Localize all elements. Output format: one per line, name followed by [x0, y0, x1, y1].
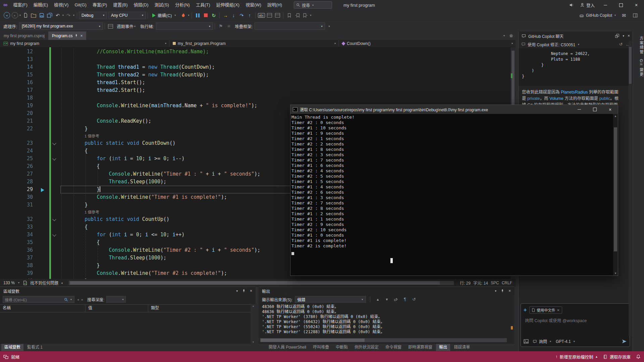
menu-item[interactable]: Git(G): [71, 2, 89, 7]
lifecycle-events-label[interactable]: 週期事件: [117, 23, 133, 29]
close-icon[interactable]: ×: [628, 34, 630, 38]
fold-chevron-icon[interactable]: [52, 233, 56, 236]
line-number[interactable]: [0, 209, 33, 216]
code-line[interactable]: //Console.WriteLine(mainThread.Name);: [60, 48, 209, 56]
toolbar-overflow-icon[interactable]: ▾: [328, 25, 330, 28]
solution-configuration-dropdown[interactable]: Debug▾: [79, 12, 107, 19]
menu-item[interactable]: 編輯(E): [31, 2, 51, 7]
code-line[interactable]: Console.WriteLine(mainThread.Name + " is…: [60, 102, 257, 110]
step-over-button[interactable]: ↷: [237, 11, 246, 19]
code-line[interactable]: Thread.Sleep(1000);: [60, 254, 166, 262]
menu-item[interactable]: 工具(T): [193, 2, 213, 7]
symbol-link[interactable]: Volume: [549, 96, 564, 101]
scroll-up-icon[interactable]: ▲: [614, 115, 617, 118]
undo-dropdown-icon[interactable]: ▾: [62, 14, 64, 17]
copilot-chat-input[interactable]: + 使用中文件 ✕ 詢問 Copilot 或使用 @workspace 詢問 ▾…: [521, 303, 630, 347]
panel-splitter[interactable]: [256, 287, 259, 344]
new-file-button[interactable]: [21, 11, 30, 19]
scroll-left-icon[interactable]: ◂: [61, 281, 63, 285]
history-button[interactable]: ↺: [411, 296, 417, 303]
code-line[interactable]: }: [60, 125, 88, 133]
pin-icon[interactable]: [500, 289, 504, 293]
diagnostics-button[interactable]: [265, 11, 273, 19]
window-layout-button[interactable]: [631, 11, 639, 19]
menu-item[interactable]: 分析(N): [172, 2, 193, 7]
editor-horizontal-scrollbar[interactable]: [69, 281, 454, 285]
menu-item[interactable]: 專案(P): [90, 2, 110, 7]
console-title-bar[interactable]: >_ 選取 C:\Users\user\source\repos\my firs…: [290, 105, 618, 114]
menu-item[interactable]: 說明(H): [264, 2, 285, 7]
scrollbar-thumb[interactable]: [614, 127, 617, 251]
console-output-area[interactable]: Main Thread is complete!Timer #2 : 0 sec…: [290, 114, 618, 276]
background-tasks-icon[interactable]: [3, 355, 8, 359]
console-minimize-button[interactable]: [572, 105, 587, 114]
menu-item[interactable]: 延伸模組(X): [213, 2, 243, 7]
continue-button[interactable]: 繼續(C) ▾: [150, 11, 179, 20]
line-number[interactable]: 24: [0, 147, 33, 155]
restart-button[interactable]: ↻: [210, 11, 218, 19]
locals-scrollbar[interactable]: ▲▼: [251, 304, 256, 344]
line-number[interactable]: 27: [0, 170, 33, 178]
tool-window-tab[interactable]: 輸出: [436, 344, 450, 351]
next-message-button[interactable]: ▾: [383, 296, 390, 303]
code-line[interactable]: {: [60, 163, 100, 170]
navigate-forward-button[interactable]: ▸: [11, 11, 19, 19]
tool-window-tab[interactable]: 開發人員 PowerShell: [266, 344, 309, 351]
close-button[interactable]: ×: [629, 0, 644, 10]
toggle-bookmark-button[interactable]: [285, 11, 293, 19]
line-number[interactable]: 13: [0, 56, 33, 63]
menu-item[interactable]: 視窗(W): [243, 2, 264, 7]
scrollbar-thumb[interactable]: [512, 51, 515, 113]
code-line[interactable]: thread2.Start();: [60, 86, 145, 94]
stop-debugging-button[interactable]: [202, 11, 210, 19]
active-document-chip[interactable]: 使用中文件 ✕: [529, 306, 562, 314]
github-copilot-button[interactable]: GitHub Copilot ▾: [579, 10, 616, 20]
tool-window-tab[interactable]: 錯誤清單: [451, 344, 473, 351]
type-dropdown[interactable]: my_first_program.Program ▾: [169, 40, 339, 47]
show-current-thread-button[interactable]: ≡: [225, 22, 233, 30]
menu-item[interactable]: 檔案(F): [10, 2, 31, 7]
line-number[interactable]: 23: [0, 139, 33, 147]
vertical-tool-tab[interactable]: 方案總管: [633, 36, 644, 54]
line-number[interactable]: 34: [0, 231, 33, 239]
menu-item[interactable]: 建置(B): [110, 2, 130, 7]
attach-image-icon[interactable]: [524, 339, 529, 344]
code-line[interactable]: for (int i = 0; i <= 10; i++): [60, 231, 184, 239]
window-position-icon[interactable]: ▾: [495, 289, 496, 293]
tool-window-tab[interactable]: 例外狀況設定: [352, 344, 382, 351]
member-dropdown[interactable]: CountDown() ▾: [339, 40, 516, 47]
navigate-back-button[interactable]: ◂: [3, 11, 11, 19]
refresh-icon[interactable]: ↺: [619, 42, 623, 47]
cursor-line-indicator[interactable]: 行: 29: [460, 280, 471, 286]
code-line[interactable]: Console.ReadKey();: [60, 117, 151, 125]
line-number[interactable]: 18: [0, 94, 33, 102]
console-maximize-button[interactable]: [587, 105, 602, 114]
column-header[interactable]: 值: [86, 305, 148, 312]
tool-window-tab[interactable]: 即時運算視窗: [405, 344, 435, 351]
clear-all-button[interactable]: [392, 296, 399, 303]
line-number[interactable]: 30: [0, 193, 33, 201]
menu-item[interactable]: 偵錯(D): [131, 2, 152, 7]
line-number[interactable]: 25: [0, 155, 33, 163]
scrollbar-thumb[interactable]: [261, 339, 365, 342]
line-number[interactable]: 35: [0, 239, 33, 246]
line-number[interactable]: 39: [0, 269, 33, 277]
chevron-down-icon[interactable]: ▾: [623, 34, 624, 38]
search-next-icon[interactable]: ▸: [82, 298, 83, 301]
tab-list-dropdown-icon[interactable]: ▾: [503, 34, 505, 37]
project-dropdown[interactable]: C# my first program ▾: [0, 40, 169, 47]
code-line[interactable]: Thread.Sleep(1000);: [60, 178, 166, 186]
chat-input-placeholder[interactable]: 詢問 Copilot 或使用 @workspace: [521, 314, 630, 323]
fold-chevron-icon[interactable]: [52, 157, 56, 160]
output-log[interactable]: 48360 執行緒以返回碼 0 (0x0) 結束。48636 執行緒以返回碼 0…: [259, 304, 514, 335]
code-line[interactable]: Console.WriteLine("Timer #2 : " + i + " …: [60, 246, 260, 254]
close-icon[interactable]: ×: [508, 289, 511, 293]
word-wrap-button[interactable]: ¶: [401, 296, 408, 303]
no-issues-icon[interactable]: [23, 281, 28, 285]
code-line[interactable]: {: [60, 239, 100, 246]
model-picker-dropdown[interactable]: GPT-4.1 ▾: [556, 339, 576, 344]
redo-button[interactable]: ↷: [64, 11, 72, 19]
line-number[interactable]: 26: [0, 163, 33, 170]
add-to-source-control-button[interactable]: ↑ 新增至原始檔控制 ▲: [555, 354, 598, 360]
line-number[interactable]: 17: [0, 86, 33, 94]
